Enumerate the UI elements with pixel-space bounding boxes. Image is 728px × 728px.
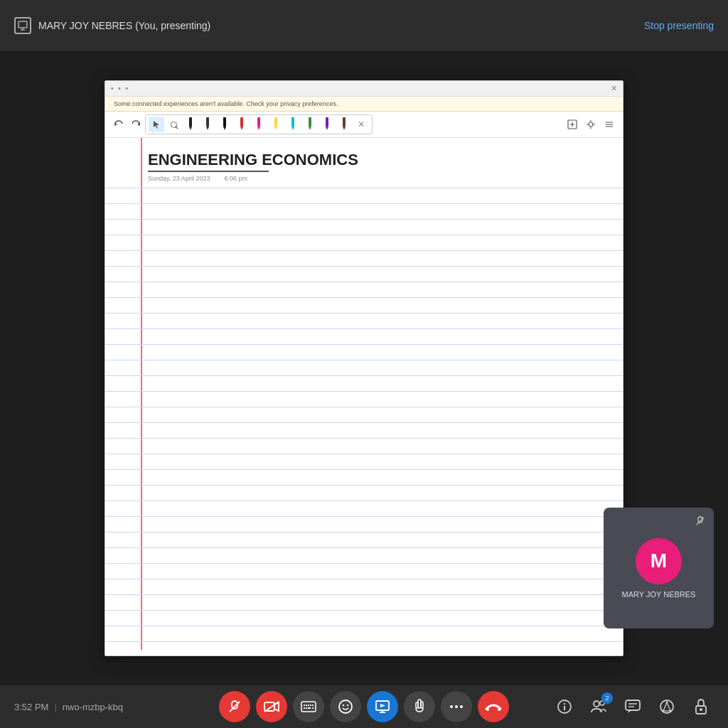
info-button[interactable] [552,694,577,719]
controls-center [219,691,509,722]
svg-rect-53 [306,707,307,709]
participant-tile: M MARY JOY NEBRES [604,508,714,628]
close-pen-palette[interactable]: ✕ [353,117,369,132]
svg-marker-27 [343,127,346,130]
svg-rect-0 [18,21,27,28]
pen-black-3[interactable] [217,117,232,132]
pen-cyan[interactable] [285,117,301,132]
svg-point-74 [594,701,599,707]
pen-green[interactable] [302,117,318,132]
svg-marker-62 [380,704,385,707]
svg-rect-46 [301,702,316,712]
svg-point-70 [498,708,500,711]
captions-button[interactable] [293,691,324,722]
lock-button[interactable] [688,694,714,719]
pen-toolbar-group: ✕ [145,114,373,134]
svg-rect-65 [416,702,418,708]
participant-avatar: M [636,538,682,584]
svg-point-31 [589,122,593,127]
more-options-button[interactable] [441,691,472,722]
raise-hand-button[interactable] [404,691,435,722]
svg-rect-51 [312,705,314,706]
undo-button[interactable] [111,117,127,132]
pen-purple[interactable] [319,117,335,132]
svg-rect-18 [274,117,277,127]
svg-marker-21 [291,127,294,130]
svg-line-42 [230,702,240,712]
meeting-info: 3:52 PM | nwo-mzbp-kbq [14,702,123,712]
meeting-time: 3:52 PM [14,702,48,712]
insert-button[interactable] [564,117,580,132]
svg-rect-64 [421,702,423,708]
pen-black-1[interactable] [183,117,198,132]
chat-button[interactable] [620,694,646,719]
activities-button[interactable] [654,694,680,719]
svg-marker-15 [240,127,243,130]
svg-marker-5 [154,121,159,129]
svg-rect-14 [240,117,243,127]
svg-point-69 [486,708,489,711]
pen-black-2[interactable] [200,117,215,132]
svg-marker-17 [257,127,260,130]
window-close-button[interactable]: ✕ [611,84,617,93]
svg-rect-50 [310,705,311,706]
svg-rect-76 [626,700,640,710]
notebook-content[interactable]: .ruled-line { position: absolute; left: … [105,138,623,650]
svg-line-7 [176,127,178,129]
svg-point-68 [460,705,463,708]
svg-rect-49 [308,705,309,706]
svg-rect-22 [309,117,311,127]
select-tool[interactable] [149,117,164,132]
svg-marker-9 [189,127,192,130]
svg-line-84 [663,702,667,711]
ruled-lines: .ruled-line { position: absolute; left: … [105,138,623,650]
toolbar-right [564,117,617,132]
meeting-divider: | [54,702,56,712]
present-button[interactable] [367,691,398,722]
meeting-code: nwo-mzbp-kbq [63,702,123,712]
svg-rect-52 [304,707,305,709]
svg-point-66 [450,705,453,708]
notebook-title: ENGINEERING ECONOMICS [148,151,609,169]
participants-button[interactable]: 2 [586,694,611,719]
pen-red[interactable] [234,117,250,132]
notebook-date: Sunday, 23 April 2023 6:06 pm [148,175,609,182]
pen-pink[interactable] [251,117,267,132]
svg-rect-26 [343,117,346,127]
svg-point-57 [343,705,344,706]
privacy-banner: Some connected experiences aren't availa… [105,97,623,112]
camera-button[interactable] [256,691,287,722]
toolbar-left: ✕ [111,114,373,134]
lasso-tool[interactable] [166,117,181,132]
pen-yellow[interactable] [268,117,284,132]
end-call-button[interactable] [478,691,509,722]
redo-button[interactable] [128,117,144,132]
svg-marker-23 [309,127,311,130]
svg-point-58 [347,705,348,706]
svg-rect-24 [326,117,328,127]
svg-rect-12 [223,117,226,127]
view-button[interactable] [583,117,599,132]
svg-marker-19 [274,127,277,130]
svg-point-56 [339,700,352,713]
svg-marker-13 [223,127,226,130]
mic-button[interactable] [219,691,250,722]
notebook-window: • • • ✕ Some connected experiences aren'… [105,80,623,656]
svg-line-85 [667,702,670,711]
svg-rect-10 [206,117,209,127]
svg-rect-55 [312,707,314,709]
emoji-button[interactable] [330,691,361,722]
more-button[interactable] [601,117,617,132]
svg-point-73 [564,703,565,705]
bottom-bar: 3:52 PM | nwo-mzbp-kbq [0,685,728,728]
main-content: • • • ✕ Some connected experiences aren'… [0,51,728,685]
svg-point-88 [700,708,702,711]
controls-right: 2 [552,694,714,719]
stop-presenting-button[interactable]: Stop presenting [644,20,714,31]
svg-rect-16 [257,117,260,127]
svg-rect-20 [291,117,294,127]
mic-off-icon [694,515,707,528]
pen-brown[interactable] [336,117,352,132]
svg-rect-54 [308,707,311,709]
svg-point-67 [455,705,458,708]
